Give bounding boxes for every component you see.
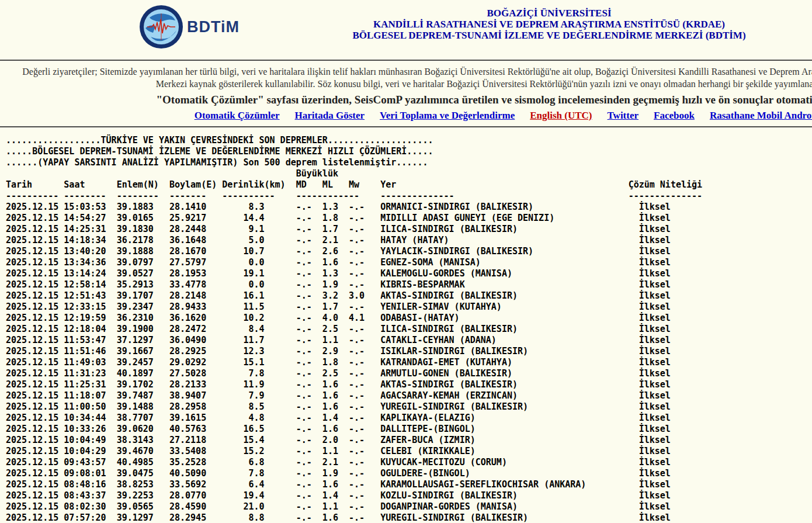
earthquake-list: ..................TÜRKİYE VE YAKIN ÇEVRE… (0, 127, 812, 523)
center-title: BÖLGESEL DEPREM-TSUNAMİ İZLEME VE DEĞERL… (0, 30, 812, 41)
copyright-notice-line2: Merkezi kaynak gösterilerek kullanılabil… (0, 78, 812, 90)
link-otomatik-cozumler[interactable]: Otomatik Çözümler (195, 110, 280, 121)
link-rasathane-mobil-android[interactable]: Rasathane Mobil Android (710, 110, 812, 121)
link-english-utc[interactable]: English (UTC) (530, 110, 592, 121)
institute-title: KANDİLLİ RASATHANESİ VE DEPREM ARAŞTIRMA… (0, 19, 812, 30)
bdtim-globe-logo-icon (139, 5, 183, 49)
page: BDTiM BOĞAZİÇİ ÜNİVERSİTESİ KANDİLLİ RAS… (0, 0, 812, 523)
copyright-notice-line1: Değerli ziyaretçiler; Sitemizde yayımlan… (0, 65, 812, 78)
link-twitter[interactable]: Twitter (608, 110, 639, 121)
link-veri-toplama-degerlendirme[interactable]: Veri Toplama ve Değerlendirme (380, 110, 515, 121)
institution-titles: BOĞAZİÇİ ÜNİVERSİTESİ KANDİLLİ RASATHANE… (0, 0, 812, 41)
nav-links: Otomatik ÇözümlerHaritada GösterVeri Top… (0, 109, 812, 123)
disclaimer-section: Değerli ziyaretçiler; Sitemizde yayımlan… (0, 61, 812, 123)
page-header: BDTiM BOĞAZİÇİ ÜNİVERSİTESİ KANDİLLİ RAS… (0, 0, 812, 60)
auto-solutions-notice: "Otomatik Çözümler" sayfası üzerinden, S… (0, 92, 812, 107)
link-facebook[interactable]: Facebook (654, 110, 695, 121)
logo-text: BDTiM (187, 18, 240, 36)
university-title: BOĞAZİÇİ ÜNİVERSİTESİ (0, 8, 812, 19)
link-haritada-goster[interactable]: Haritada Göster (295, 110, 365, 121)
logo: BDTiM (139, 5, 240, 49)
